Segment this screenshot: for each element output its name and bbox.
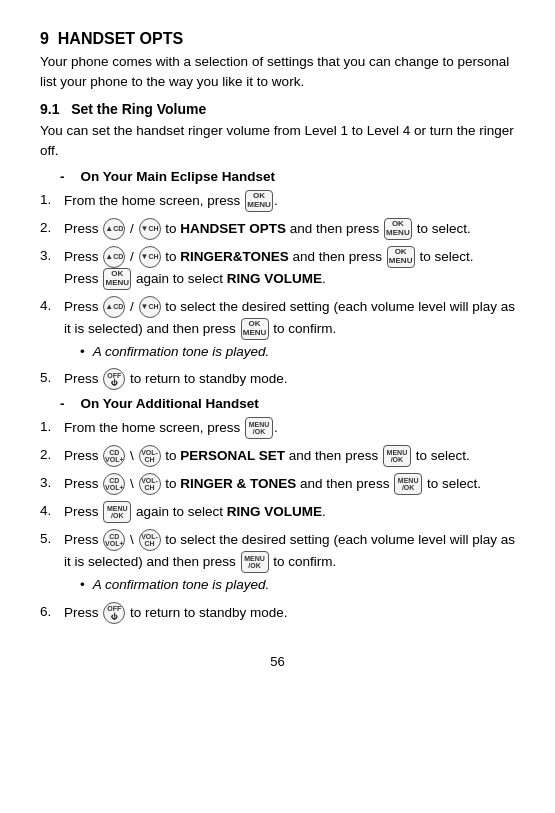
step-main-2: Press ▲CD / ▼CH to HANDSET OPTS and then…: [40, 218, 515, 240]
vol-dn-icon-a3: VOL-CH: [139, 529, 161, 551]
vol-dn-icon: ▼CH: [139, 218, 161, 240]
step-main-3: Press ▲CD / ▼CH to RINGER&TONES and then…: [40, 246, 515, 290]
confirmation-note-2: A confirmation tone is played.: [80, 575, 515, 595]
confirmation-note-1: A confirmation tone is played.: [80, 342, 515, 362]
step-add-4: Press MENU/OK again to select RING VOLUM…: [40, 501, 515, 523]
subsection1-heading: - On Your Main Eclipse Handset: [60, 169, 515, 184]
step-add-6: Press OFF⏻ to return to standby mode.: [40, 602, 515, 624]
vol-dn-icon3: ▼CH: [139, 296, 161, 318]
menu-ok-icon3: MENU/OK: [394, 473, 422, 495]
vol-up-icon-a2: CDVOL+: [103, 473, 125, 495]
vol-up-icon-a3: CDVOL+: [103, 529, 125, 551]
step-main-1: From the home screen, press OKMENU.: [40, 190, 515, 212]
menu-ok-icon2: MENU/OK: [383, 445, 411, 467]
step-add-1: From the home screen, press MENU/OK.: [40, 417, 515, 439]
subsection2-heading: - On Your Additional Handset: [60, 396, 515, 411]
ok-menu-button-icon4: OKMENU: [103, 268, 131, 290]
ok-menu-button-icon2: OKMENU: [384, 218, 412, 240]
steps-main-list: From the home screen, press OKMENU. Pres…: [40, 190, 515, 390]
step-add-2: Press CDVOL+ \ VOL-CH to PERSONAL SET an…: [40, 445, 515, 467]
vol-up-icon: ▲CD: [103, 218, 125, 240]
menu-ok-icon4: MENU/OK: [103, 501, 131, 523]
vol-up-icon2: ▲CD: [103, 246, 125, 268]
steps-additional-list: From the home screen, press MENU/OK. Pre…: [40, 417, 515, 623]
vol-up-icon3: ▲CD: [103, 296, 125, 318]
ok-menu-button-icon3: OKMENU: [387, 246, 415, 268]
chapter-heading: 9 HANDSET OPTS: [40, 30, 515, 48]
ok-menu-button-icon: OKMENU: [245, 190, 273, 212]
section-intro: You can set the handset ringer volume fr…: [40, 121, 515, 162]
step-main-5: Press OFF⏻ to return to standby mode.: [40, 368, 515, 390]
step-add-5: Press CDVOL+ \ VOL-CH to select the desi…: [40, 529, 515, 595]
off-icon2: OFF⏻: [103, 602, 125, 624]
step-main-4: Press ▲CD / ▼CH to select the desired se…: [40, 296, 515, 362]
step-add-3: Press CDVOL+ \ VOL-CH to RINGER & TONES …: [40, 473, 515, 495]
menu-ok-icon1: MENU/OK: [245, 417, 273, 439]
section-title: 9.1 Set the Ring Volume: [40, 101, 515, 117]
menu-ok-icon5: MENU/OK: [241, 551, 269, 573]
ok-menu-button-icon5: OKMENU: [241, 318, 269, 340]
intro-paragraph: Your phone comes with a selection of set…: [40, 52, 515, 93]
vol-dn-icon-a2: VOL-CH: [139, 473, 161, 495]
vol-dn-icon2: ▼CH: [139, 246, 161, 268]
page-number: 56: [40, 654, 515, 669]
off-icon: OFF⏻: [103, 368, 125, 390]
vol-up-icon-a1: CDVOL+: [103, 445, 125, 467]
vol-dn-icon-a1: VOL-CH: [139, 445, 161, 467]
